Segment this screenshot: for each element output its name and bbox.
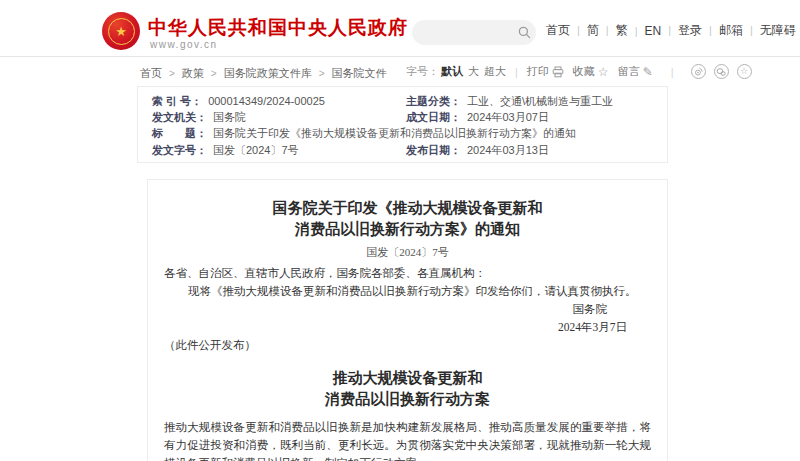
- share-more-button[interactable]: ☆: [737, 64, 752, 79]
- attachment-title: 推动大规模设备更新和 消费品以旧换新行动方案: [164, 368, 651, 410]
- signer: 国务院: [573, 300, 628, 318]
- meta-row: 标 题： 国务院关于印发《推动大规模设备更新和消费品以旧换新行动方案》的通知: [152, 125, 657, 141]
- favorite-label: 收藏: [573, 64, 595, 79]
- breadcrumb-item-policy[interactable]: 政策: [162, 66, 204, 81]
- meta-label-doc-number: 发文字号：: [152, 142, 207, 158]
- page-tools: 字号： 默认 大 超大 | 打印 收藏 ☆ 留言 ✎ |: [406, 63, 752, 80]
- breadcrumb-item-current: 国务院文件: [312, 66, 387, 81]
- nav-link-mail[interactable]: 邮箱: [702, 22, 743, 39]
- document-number: 国发〔2024〕7号: [164, 245, 651, 260]
- meta-value-publish-date: 2024年03月13日: [467, 142, 549, 158]
- document-title-line2: 消费品以旧换新行动方案》的通知: [164, 219, 651, 240]
- share-wechat-button[interactable]: [714, 64, 729, 79]
- document-meta-table: 索 引 号： 000014349/2024-00025 主题分类： 工业、交通\…: [137, 86, 668, 163]
- search-input[interactable]: [412, 20, 512, 45]
- search-icon[interactable]: [512, 26, 536, 39]
- meta-value-index: 000014349/2024-00025: [208, 93, 325, 109]
- paragraph-intro: 推动大规模设备更新和消费品以旧换新是加快构建新发展格局、推动高质量发展的重要举措…: [164, 418, 651, 461]
- font-size-option-xlarge[interactable]: 超大: [484, 64, 506, 79]
- font-size-option-default[interactable]: 默认: [441, 64, 463, 79]
- breadcrumb: 首页 政策 国务院政策文件库 国务院文件: [140, 66, 387, 81]
- comment-button[interactable]: 留言 ✎: [618, 64, 653, 79]
- sign-date: 2024年3月7日: [558, 318, 627, 336]
- meta-row: 索 引 号： 000014349/2024-00025 主题分类： 工业、交通\…: [152, 93, 657, 109]
- printer-icon: [552, 66, 564, 78]
- meta-value-title: 国务院关于印发《推动大规模设备更新和消费品以旧换新行动方案》的通知: [213, 125, 576, 141]
- search-bar[interactable]: [412, 20, 536, 45]
- breadcrumb-item-home[interactable]: 首页: [140, 66, 162, 81]
- nav-link-home[interactable]: 首页: [546, 22, 570, 39]
- weibo-icon: [694, 67, 703, 76]
- meta-value-category: 工业、交通\机械制造与重工业: [467, 93, 613, 109]
- nav-link-login[interactable]: 登录: [661, 22, 702, 39]
- meta-value-written-date: 2024年03月07日: [467, 109, 549, 125]
- meta-label-index: 索 引 号：: [152, 93, 202, 109]
- meta-value-doc-number: 国发〔2024〕7号: [213, 142, 299, 158]
- nav-link-traditional[interactable]: 繁: [599, 22, 628, 39]
- star-circle-icon: ☆: [740, 67, 748, 76]
- paragraph-forwarding: 现将《推动大规模设备更新和消费品以旧换新行动方案》印发给你们，请认真贯彻执行。: [164, 282, 651, 300]
- signature-block: 国务院 2024年3月7日: [164, 300, 651, 336]
- breadcrumb-item-library[interactable]: 国务院政策文件库: [204, 66, 312, 81]
- share-weibo-button[interactable]: [691, 64, 706, 79]
- site-header: 中华人民共和国中央人民政府 www.gov.cn 首页 简 繁 EN 登录 邮箱…: [0, 0, 800, 57]
- meta-row: 发文机关： 国务院 成文日期： 2024年03月07日: [152, 109, 657, 125]
- divider: |: [671, 66, 674, 78]
- font-size-option-large[interactable]: 大: [468, 64, 479, 79]
- page: 中华人民共和国中央人民政府 www.gov.cn 首页 简 繁 EN 登录 邮箱…: [0, 0, 800, 461]
- divider: |: [515, 66, 518, 78]
- meta-label-category: 主题分类：: [406, 93, 461, 109]
- attachment-title-line2: 消费品以旧换新行动方案: [164, 389, 651, 410]
- font-size-label: 字号：: [406, 64, 439, 79]
- attachment-title-line1: 推动大规模设备更新和: [164, 368, 651, 389]
- salutation: 各省、自治区、直辖市人民政府，国务院各部委、各直属机构：: [164, 264, 651, 282]
- document-title-line1: 国务院关于印发《推动大规模设备更新和: [164, 198, 651, 219]
- meta-label-publish-date: 发布日期：: [406, 142, 461, 158]
- nav-link-simplified[interactable]: 简: [570, 22, 599, 39]
- site-url: www.gov.cn: [150, 39, 218, 50]
- meta-label-issuer: 发文机关：: [152, 109, 207, 125]
- favorite-button[interactable]: 收藏 ☆: [573, 64, 609, 79]
- star-icon: ☆: [598, 66, 609, 78]
- document-card: 国务院关于印发《推动大规模设备更新和 消费品以旧换新行动方案》的通知 国发〔20…: [147, 179, 668, 461]
- meta-row: 发文字号： 国发〔2024〕7号 发布日期： 2024年03月13日: [152, 142, 657, 158]
- meta-value-issuer: 国务院: [213, 109, 246, 125]
- public-release-note: （此件公开发布）: [164, 336, 651, 354]
- print-label: 打印: [527, 64, 549, 79]
- top-nav: 首页 简 繁 EN 登录 邮箱 无障碍: [546, 22, 796, 39]
- pencil-icon: ✎: [643, 66, 653, 78]
- meta-label-written-date: 成文日期：: [406, 109, 461, 125]
- wechat-icon: [716, 67, 726, 77]
- comment-label: 留言: [618, 64, 640, 79]
- site-title: 中华人民共和国中央人民政府: [148, 15, 408, 41]
- document-title: 国务院关于印发《推动大规模设备更新和 消费品以旧换新行动方案》的通知: [164, 198, 651, 240]
- print-button[interactable]: 打印: [527, 64, 564, 79]
- meta-label-title: 标 题：: [152, 125, 207, 141]
- emblem-star-icon: [108, 18, 135, 45]
- nav-link-english[interactable]: EN: [628, 24, 662, 38]
- national-emblem-icon: [102, 12, 140, 50]
- nav-link-accessibility[interactable]: 无障碍: [743, 22, 796, 39]
